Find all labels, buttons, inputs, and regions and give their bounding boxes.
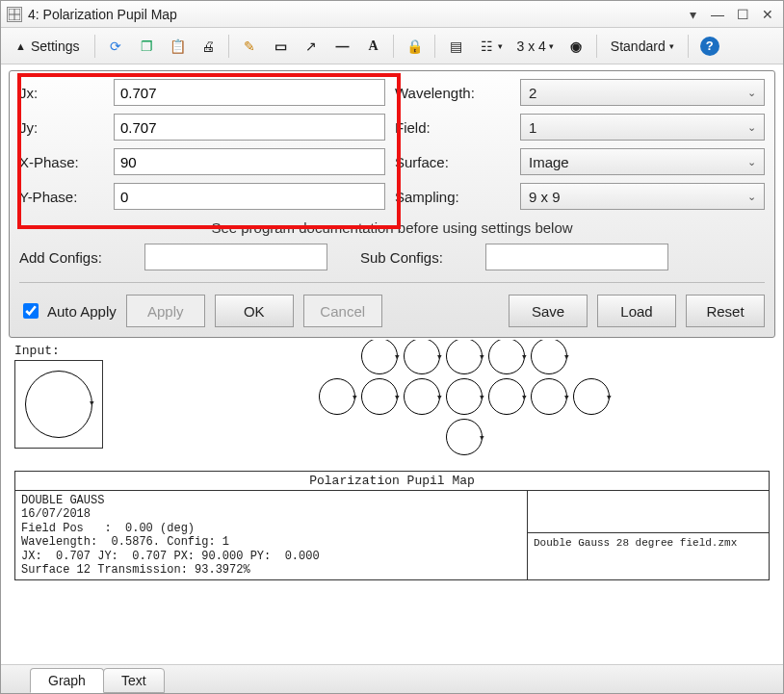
reset-button[interactable]: Reset — [686, 295, 765, 327]
pupil-ellipse: ▸ — [531, 378, 567, 415]
surface-label: Surface: — [395, 154, 510, 170]
arrow-icon: ▸ — [88, 401, 96, 406]
lock-button[interactable]: 🔒 — [401, 33, 428, 60]
settings-toggle[interactable]: ▲ Settings — [7, 33, 88, 60]
sampling-label: Sampling: — [395, 189, 510, 205]
refresh-button[interactable]: ⟳ — [102, 33, 129, 60]
yphase-label: Y-Phase: — [19, 189, 106, 205]
output-panel: Polarization Pupil Map DOUBLE GAUSS 16/0… — [14, 471, 770, 580]
copy-button[interactable]: ❐ — [133, 33, 160, 60]
line-button[interactable]: — — [328, 33, 355, 60]
pupil-ellipse: ▸ — [488, 378, 525, 415]
window-index: 4: Polarization Pupil Map — [28, 7, 177, 22]
divider — [19, 282, 765, 283]
separator — [434, 35, 435, 58]
pupil-ellipse: ▸ — [361, 340, 398, 374]
arrow-icon: ↗ — [302, 38, 320, 55]
window-title: Polarization Pupil Map — [43, 7, 177, 22]
pupil-ellipse: ▸ — [446, 378, 483, 415]
surface-select[interactable]: Image⌄ — [520, 148, 765, 175]
text-tool-button[interactable]: A — [359, 33, 386, 60]
jx-input[interactable] — [114, 79, 385, 106]
auto-apply-label: Auto Apply — [47, 303, 117, 320]
chevron-down-icon: ⌄ — [747, 87, 756, 99]
separator — [228, 35, 229, 58]
settings-panel: Jx: Wavelength: 2⌄ Jy: Field: 1⌄ — [9, 70, 775, 338]
grid-size-label: 3 x 4 — [516, 39, 545, 54]
xphase-input[interactable] — [114, 148, 385, 175]
add-configs-label: Add Configs: — [19, 249, 135, 266]
tab-graph[interactable]: Graph — [30, 668, 104, 693]
field-select[interactable]: 1⌄ — [520, 114, 765, 141]
paste-icon: 📋 — [169, 38, 186, 55]
jx-label: Jx: — [19, 85, 106, 101]
field-label: Field: — [395, 119, 510, 136]
minimize-button[interactable]: — — [708, 7, 727, 22]
pencil-icon: ✎ — [241, 38, 258, 55]
pupil-ellipse: ▸ — [573, 378, 610, 415]
pupil-ellipse: ▸ — [446, 340, 483, 374]
lock-icon: 🔒 — [405, 38, 423, 55]
output-title: Polarization Pupil Map — [15, 472, 769, 490]
refresh-icon: ⟳ — [107, 38, 124, 55]
close-button[interactable]: ✕ — [758, 7, 777, 22]
layers-button[interactable]: ☷▾ — [473, 33, 508, 60]
separator — [688, 35, 689, 58]
pupil-ellipse: ▸ — [319, 378, 355, 415]
target-icon: ◉ — [567, 38, 585, 55]
input-ellipse: ▸ — [25, 371, 92, 438]
chevron-down-icon: ▾ — [669, 41, 674, 51]
print-button[interactable]: 🖨 — [195, 33, 222, 60]
sampling-select[interactable]: 9 x 9⌄ — [520, 183, 765, 210]
chevron-down-icon: ⌄ — [747, 121, 756, 134]
pupil-ellipse: ▸ — [361, 378, 398, 415]
output-right-top — [528, 490, 769, 532]
jy-input[interactable] — [114, 114, 385, 141]
sub-configs-label: Sub Configs: — [360, 249, 476, 266]
input-polarization-box: ▸ — [14, 360, 103, 449]
pencil-button[interactable]: ✎ — [236, 33, 263, 60]
sub-configs-input[interactable] — [485, 244, 668, 270]
save-button[interactable]: Save — [509, 295, 588, 327]
ok-button[interactable]: OK — [215, 295, 294, 327]
pupil-ellipse: ▸ — [404, 340, 440, 374]
grid-size-button[interactable]: 3 x 4 ▾ — [511, 33, 558, 60]
add-configs-input[interactable] — [144, 244, 327, 270]
dropdown-button[interactable]: ▾ — [683, 7, 702, 22]
xphase-label: X-Phase: — [19, 154, 106, 170]
chevron-down-icon: ⌄ — [747, 191, 756, 203]
standard-dropdown[interactable]: Standard ▾ — [604, 33, 681, 60]
rectangle-icon: ▭ — [272, 38, 289, 55]
yphase-input[interactable] — [114, 183, 385, 210]
auto-apply-check-input[interactable] — [23, 303, 39, 319]
paste-button[interactable]: 📋 — [164, 33, 191, 60]
pupil-ellipse: ▸ — [531, 340, 567, 374]
chevron-down-icon: ⌄ — [747, 156, 756, 168]
wavelength-label: Wavelength: — [395, 85, 510, 101]
layers-icon: ☷ — [478, 38, 495, 55]
settings-note: See program documentation before using s… — [19, 219, 765, 236]
arrow-button[interactable]: ↗ — [298, 33, 325, 60]
pupil-ellipse: ▸ — [404, 378, 440, 415]
auto-apply-checkbox[interactable]: Auto Apply — [19, 300, 117, 321]
apply-button: Apply — [126, 295, 205, 327]
output-filename: Double Gauss 28 degree field.zmx — [528, 532, 769, 579]
output-right: Double Gauss 28 degree field.zmx — [528, 490, 769, 579]
maximize-button[interactable]: ☐ — [733, 7, 752, 22]
wavelength-select[interactable]: 2⌄ — [520, 79, 765, 106]
help-button[interactable]: ? — [695, 33, 724, 60]
tab-text[interactable]: Text — [103, 668, 165, 693]
window-root: 4: Polarization Pupil Map ▾ — ☐ ✕ ▲ Sett… — [0, 0, 784, 694]
cancel-button: Cancel — [303, 295, 382, 327]
titlebar: 4: Polarization Pupil Map ▾ — ☐ ✕ — [1, 1, 783, 28]
pupil-grid: ▸▸▸▸▸ ▸▸▸▸▸▸▸ ▸ — [159, 340, 770, 459]
polarization-group: Jx: Wavelength: 2⌄ Jy: Field: 1⌄ — [19, 79, 765, 210]
window-layout-button[interactable]: ▤ — [442, 33, 469, 60]
load-button[interactable]: Load — [597, 295, 676, 327]
line-icon: — — [333, 38, 351, 55]
target-button[interactable]: ◉ — [562, 33, 589, 60]
output-text: DOUBLE GAUSS 16/07/2018 Field Pos : 0.00… — [15, 490, 528, 579]
rect-button[interactable]: ▭ — [267, 33, 294, 60]
chevron-up-icon: ▲ — [15, 40, 26, 52]
toolbar: ▲ Settings ⟳ ❐ 📋 🖨 ✎ ▭ ↗ — A 🔒 ▤ ☷▾ 3 x … — [1, 28, 783, 64]
